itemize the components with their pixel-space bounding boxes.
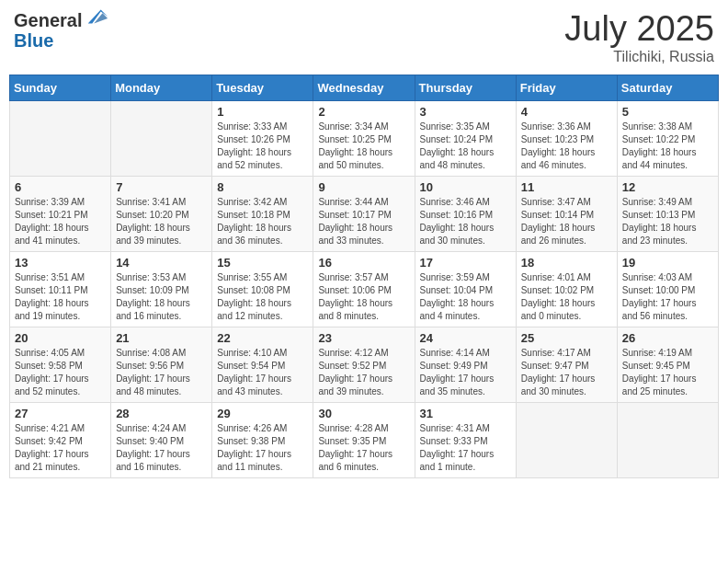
calendar-cell: 2Sunrise: 3:34 AM Sunset: 10:25 PM Dayli… <box>313 101 415 177</box>
day-info: Sunrise: 3:46 AM Sunset: 10:16 PM Daylig… <box>420 196 511 247</box>
day-number: 29 <box>217 407 308 420</box>
location-subtitle: Tilichiki, Russia <box>564 49 714 65</box>
calendar-cell: 8Sunrise: 3:42 AM Sunset: 10:18 PM Dayli… <box>212 177 313 252</box>
day-info: Sunrise: 4:12 AM Sunset: 9:52 PM Dayligh… <box>318 347 409 398</box>
day-number: 2 <box>318 105 409 119</box>
day-info: Sunrise: 3:44 AM Sunset: 10:17 PM Daylig… <box>318 196 409 247</box>
day-info: Sunrise: 3:57 AM Sunset: 10:06 PM Daylig… <box>318 271 409 323</box>
day-number: 24 <box>420 331 511 345</box>
day-info: Sunrise: 4:24 AM Sunset: 9:40 PM Dayligh… <box>116 422 207 474</box>
calendar-cell: 19Sunrise: 4:03 AM Sunset: 10:00 PM Dayl… <box>617 252 718 327</box>
calendar-cell: 31Sunrise: 4:31 AM Sunset: 9:33 PM Dayli… <box>415 403 516 478</box>
day-number: 3 <box>420 105 511 119</box>
calendar-week-row: 27Sunrise: 4:21 AM Sunset: 9:42 PM Dayli… <box>10 403 719 478</box>
day-info: Sunrise: 3:59 AM Sunset: 10:04 PM Daylig… <box>420 271 511 323</box>
day-number: 13 <box>15 256 106 270</box>
day-info: Sunrise: 3:35 AM Sunset: 10:24 PM Daylig… <box>420 121 511 172</box>
calendar-cell: 17Sunrise: 3:59 AM Sunset: 10:04 PM Dayl… <box>415 252 516 327</box>
calendar-cell <box>111 101 212 177</box>
day-number: 6 <box>15 180 106 194</box>
day-of-week-header: Friday <box>516 75 617 101</box>
day-of-week-header: Sunday <box>10 75 111 101</box>
calendar-cell: 14Sunrise: 3:53 AM Sunset: 10:09 PM Dayl… <box>111 252 212 327</box>
day-info: Sunrise: 3:41 AM Sunset: 10:20 PM Daylig… <box>116 196 207 247</box>
day-info: Sunrise: 4:01 AM Sunset: 10:02 PM Daylig… <box>521 271 612 323</box>
day-number: 19 <box>622 256 713 270</box>
calendar-cell: 29Sunrise: 4:26 AM Sunset: 9:38 PM Dayli… <box>212 403 313 478</box>
day-of-week-header: Tuesday <box>212 75 313 101</box>
day-number: 9 <box>318 180 409 194</box>
day-number: 1 <box>217 105 308 119</box>
day-number: 30 <box>318 407 409 420</box>
calendar-week-row: 6Sunrise: 3:39 AM Sunset: 10:21 PM Dayli… <box>10 177 719 252</box>
calendar-cell: 23Sunrise: 4:12 AM Sunset: 9:52 PM Dayli… <box>313 327 415 403</box>
day-info: Sunrise: 4:10 AM Sunset: 9:54 PM Dayligh… <box>217 347 308 398</box>
day-info: Sunrise: 3:34 AM Sunset: 10:25 PM Daylig… <box>318 121 409 172</box>
month-title: July 2025 <box>564 9 714 49</box>
day-info: Sunrise: 3:42 AM Sunset: 10:18 PM Daylig… <box>217 196 308 247</box>
calendar-cell <box>10 101 111 177</box>
calendar-cell: 7Sunrise: 3:41 AM Sunset: 10:20 PM Dayli… <box>111 177 212 252</box>
day-number: 17 <box>420 256 511 270</box>
calendar-cell: 27Sunrise: 4:21 AM Sunset: 9:42 PM Dayli… <box>10 403 111 478</box>
day-number: 11 <box>521 180 612 194</box>
calendar-cell: 11Sunrise: 3:47 AM Sunset: 10:14 PM Dayl… <box>516 177 617 252</box>
logo-icon <box>84 5 109 30</box>
calendar-cell: 5Sunrise: 3:38 AM Sunset: 10:22 PM Dayli… <box>617 101 718 177</box>
day-number: 8 <box>217 180 308 194</box>
logo-blue-text: Blue <box>14 30 109 51</box>
day-number: 14 <box>116 256 207 270</box>
day-number: 27 <box>15 407 106 420</box>
day-info: Sunrise: 4:21 AM Sunset: 9:42 PM Dayligh… <box>15 422 106 474</box>
day-of-week-header: Thursday <box>415 75 516 101</box>
calendar-cell: 30Sunrise: 4:28 AM Sunset: 9:35 PM Dayli… <box>313 403 415 478</box>
day-number: 28 <box>116 407 207 420</box>
page-header: General Blue July 2025 Tilichiki, Russia <box>9 9 719 65</box>
day-of-week-header: Wednesday <box>313 75 415 101</box>
day-number: 16 <box>318 256 409 270</box>
calendar-cell: 15Sunrise: 3:55 AM Sunset: 10:08 PM Dayl… <box>212 252 313 327</box>
day-info: Sunrise: 4:28 AM Sunset: 9:35 PM Dayligh… <box>318 422 409 474</box>
calendar-cell: 28Sunrise: 4:24 AM Sunset: 9:40 PM Dayli… <box>111 403 212 478</box>
calendar-cell <box>516 403 617 478</box>
calendar-cell: 12Sunrise: 3:49 AM Sunset: 10:13 PM Dayl… <box>617 177 718 252</box>
day-number: 15 <box>217 256 308 270</box>
calendar-cell: 6Sunrise: 3:39 AM Sunset: 10:21 PM Dayli… <box>10 177 111 252</box>
calendar-cell: 1Sunrise: 3:33 AM Sunset: 10:26 PM Dayli… <box>212 101 313 177</box>
day-info: Sunrise: 3:53 AM Sunset: 10:09 PM Daylig… <box>116 271 207 323</box>
calendar-cell: 24Sunrise: 4:14 AM Sunset: 9:49 PM Dayli… <box>415 327 516 403</box>
day-info: Sunrise: 3:49 AM Sunset: 10:13 PM Daylig… <box>622 196 713 247</box>
title-block: July 2025 Tilichiki, Russia <box>564 9 714 65</box>
day-info: Sunrise: 4:03 AM Sunset: 10:00 PM Daylig… <box>622 271 713 323</box>
day-number: 31 <box>420 407 511 420</box>
day-number: 12 <box>622 180 713 194</box>
day-number: 25 <box>521 331 612 345</box>
day-number: 7 <box>116 180 207 194</box>
calendar-cell: 20Sunrise: 4:05 AM Sunset: 9:58 PM Dayli… <box>10 327 111 403</box>
calendar-cell: 16Sunrise: 3:57 AM Sunset: 10:06 PM Dayl… <box>313 252 415 327</box>
calendar-cell: 9Sunrise: 3:44 AM Sunset: 10:17 PM Dayli… <box>313 177 415 252</box>
day-of-week-header: Saturday <box>617 75 718 101</box>
calendar-cell: 18Sunrise: 4:01 AM Sunset: 10:02 PM Dayl… <box>516 252 617 327</box>
calendar-cell: 3Sunrise: 3:35 AM Sunset: 10:24 PM Dayli… <box>415 101 516 177</box>
day-info: Sunrise: 3:33 AM Sunset: 10:26 PM Daylig… <box>217 121 308 172</box>
logo-general-text: General <box>14 10 82 30</box>
calendar-week-row: 1Sunrise: 3:33 AM Sunset: 10:26 PM Dayli… <box>10 101 719 177</box>
calendar-cell: 26Sunrise: 4:19 AM Sunset: 9:45 PM Dayli… <box>617 327 718 403</box>
day-info: Sunrise: 3:39 AM Sunset: 10:21 PM Daylig… <box>15 196 106 247</box>
day-number: 20 <box>15 331 106 345</box>
day-info: Sunrise: 4:08 AM Sunset: 9:56 PM Dayligh… <box>116 347 207 398</box>
day-info: Sunrise: 3:55 AM Sunset: 10:08 PM Daylig… <box>217 271 308 323</box>
calendar-cell: 10Sunrise: 3:46 AM Sunset: 10:16 PM Dayl… <box>415 177 516 252</box>
day-number: 18 <box>521 256 612 270</box>
calendar-header-row: SundayMondayTuesdayWednesdayThursdayFrid… <box>10 75 719 101</box>
day-number: 22 <box>217 331 308 345</box>
calendar-cell: 4Sunrise: 3:36 AM Sunset: 10:23 PM Dayli… <box>516 101 617 177</box>
calendar-week-row: 20Sunrise: 4:05 AM Sunset: 9:58 PM Dayli… <box>10 327 719 403</box>
day-number: 23 <box>318 331 409 345</box>
calendar-cell: 13Sunrise: 3:51 AM Sunset: 10:11 PM Dayl… <box>10 252 111 327</box>
day-info: Sunrise: 3:47 AM Sunset: 10:14 PM Daylig… <box>521 196 612 247</box>
calendar-cell: 22Sunrise: 4:10 AM Sunset: 9:54 PM Dayli… <box>212 327 313 403</box>
calendar-cell <box>617 403 718 478</box>
logo: General Blue <box>14 9 109 51</box>
